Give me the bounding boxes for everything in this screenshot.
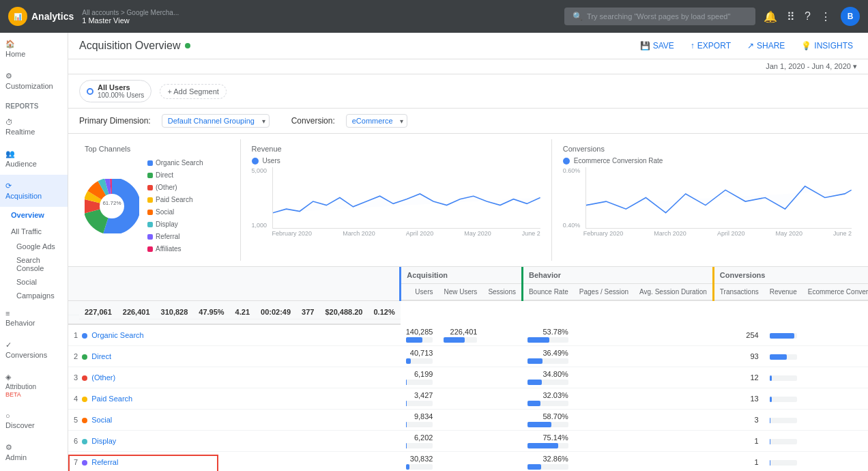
dimension-row: Primary Dimension: Default Channel Group… <box>68 109 868 134</box>
audience-label: Audience <box>5 160 37 168</box>
sidebar-item-behavior[interactable]: ≡ Behavior <box>0 302 68 334</box>
th-users[interactable]: Users <box>401 284 439 301</box>
total-revenue: $20,488.20 <box>319 305 368 319</box>
primary-dim-select[interactable]: Default Channel Grouping <box>162 114 270 128</box>
help-icon[interactable]: ? <box>805 10 811 23</box>
revenue-chart-title: Revenue <box>252 145 540 153</box>
channel-link[interactable]: Display <box>91 437 116 445</box>
table-row: 6 Display6,202 75.14% 1 <box>68 430 868 451</box>
primary-dim-label: Primary Dimension: <box>79 116 151 126</box>
top-icons: 🔔 ⠿ ? ⋮ B <box>764 7 860 26</box>
user-avatar[interactable]: B <box>841 7 860 26</box>
channel-link[interactable]: Paid Search <box>91 395 132 403</box>
conv-y-max: 0.60% <box>563 167 581 174</box>
sidebar-sub-campaigns[interactable]: Campaigns <box>0 289 68 302</box>
breadcrumb-text: All accounts > Google Mercha... <box>82 9 179 16</box>
conversions-label: Conversions <box>5 351 47 359</box>
svg-point-8 <box>100 194 124 218</box>
analytics-icon: 📊 <box>8 7 27 26</box>
insights-icon: 💡 <box>801 41 811 51</box>
th-transactions[interactable]: Transactions <box>713 284 764 301</box>
acquisition-label: Acquisition <box>5 192 42 200</box>
add-segment-button[interactable]: + Add Segment <box>160 84 227 99</box>
sidebar-sub-social[interactable]: Social <box>0 275 68 289</box>
all-users-segment[interactable]: All Users 100.00% Users <box>79 80 151 102</box>
sidebar-item-discover[interactable]: ○ Discover <box>0 405 68 436</box>
search-placeholder: Try searching "Worst pages by load speed… <box>587 12 730 20</box>
main-layout: 🏠 Home ⚙ Customization REPORTS ⏱ Realtim… <box>0 33 868 471</box>
discover-label: Discover <box>5 421 35 429</box>
channel-link[interactable]: Referral <box>91 458 118 466</box>
sidebar-sub-search-console[interactable]: Search Console <box>0 253 68 275</box>
realtime-icon: ⏱ <box>5 118 13 126</box>
content-top-bar: Acquisition Overview 💾 SAVE ↑ EXPORT ↗ S… <box>68 33 868 59</box>
notifications-icon[interactable]: 🔔 <box>764 10 777 23</box>
channel-link[interactable]: Organic Search <box>91 331 143 339</box>
total-bounce-rate: 47.95% <box>193 305 229 319</box>
home-icon: 🏠 <box>5 40 15 48</box>
sidebar-item-acquisition[interactable]: ⟳ Acquisition <box>0 175 68 207</box>
sidebar-item-admin[interactable]: ⚙ Admin <box>0 436 68 468</box>
segment-sub: 100.00% Users <box>98 91 144 99</box>
sidebar-item-audience[interactable]: 👥 Audience <box>0 143 68 175</box>
th-bounce-rate[interactable]: Bounce Rate <box>522 284 573 301</box>
table-totals-row: 227,061 226,401 310,828 47.95% 4.21 00:0… <box>68 301 401 325</box>
sidebar-item-conversions[interactable]: ✓ Conversions <box>0 334 68 366</box>
save-button[interactable]: 💾 SAVE <box>636 38 678 53</box>
total-pages-session: 4.21 <box>230 305 255 319</box>
sidebar-item-home[interactable]: 🏠 Home <box>0 33 68 65</box>
date-range[interactable]: Jan 1, 2020 - Jun 4, 2020 ▾ <box>68 59 868 74</box>
sidebar-sub-all-traffic[interactable]: All Traffic <box>0 223 68 240</box>
sidebar-item-attribution[interactable]: ◈ AttributionBETA <box>0 366 68 405</box>
conversion-select-wrap[interactable]: eCommerce <box>346 114 407 128</box>
insights-button[interactable]: 💡 INSIGHTS <box>797 38 857 53</box>
th-pages-session[interactable]: Pages / Session <box>574 284 634 301</box>
export-button[interactable]: ↑ EXPORT <box>686 38 735 53</box>
sidebar-sub-google-ads[interactable]: Google Ads <box>0 240 68 253</box>
acquisition-header: Acquisition <box>401 267 523 284</box>
view-selector[interactable]: 1 Master View <box>82 16 130 25</box>
th-new-users[interactable]: New Users <box>438 284 482 301</box>
share-icon: ↗ <box>747 41 754 51</box>
pie-chart-area: 61.72% Organic Search Direct (Other) Pai… <box>85 157 229 255</box>
charts-area: Top Channels <box>68 134 868 267</box>
settings-icon[interactable]: ⋮ <box>820 10 831 23</box>
conversion-label: Conversion: <box>291 116 335 126</box>
channel-link[interactable]: Direct <box>91 352 111 360</box>
behavior-icon: ≡ <box>5 309 10 317</box>
th-ecomm-rate[interactable]: Ecommerce Conversion Rate <box>802 284 868 301</box>
page-title: Acquisition Overview <box>79 40 190 52</box>
share-button[interactable]: ↗ SHARE <box>743 38 789 53</box>
channel-link[interactable]: (Other) <box>91 373 115 382</box>
segments-row: All Users 100.00% Users + Add Segment <box>68 74 868 109</box>
admin-label: Admin <box>5 453 27 461</box>
conversions-chart: Conversions Ecommerce Conversion Rate 0.… <box>558 139 857 261</box>
pie-chart-svg: 61.72% <box>85 179 139 233</box>
revenue-y-max: 5,000 <box>252 167 267 174</box>
conversions-chart-title: Conversions <box>563 145 852 153</box>
primary-dim-select-wrap[interactable]: Default Channel Grouping <box>162 114 270 128</box>
data-table: Acquisition Behavior Conversions Users N… <box>68 267 868 471</box>
status-dot <box>185 43 190 48</box>
sidebar-item-customization[interactable]: ⚙ Customization <box>0 65 68 97</box>
revenue-legend-label: Users <box>263 157 280 165</box>
pie-legend: Organic Search Direct (Other) Paid Searc… <box>147 157 203 255</box>
action-buttons: 💾 SAVE ↑ EXPORT ↗ SHARE 💡 INSIGHTS <box>636 38 857 53</box>
apps-icon[interactable]: ⠿ <box>787 10 795 23</box>
conv-y-min: 0.40% <box>563 222 581 229</box>
conversions-icon: ✓ <box>5 341 12 349</box>
total-users: 227,061 <box>79 305 117 319</box>
attribution-label: AttributionBETA <box>5 383 36 398</box>
conversion-select[interactable]: eCommerce <box>346 114 407 128</box>
th-revenue[interactable]: Revenue <box>764 284 802 301</box>
channel-link[interactable]: Social <box>91 416 112 424</box>
segment-label: All Users <box>98 83 144 91</box>
col-channel <box>68 267 401 300</box>
th-sessions[interactable]: Sessions <box>482 284 522 301</box>
behavior-label: Behavior <box>5 319 35 327</box>
th-avg-session[interactable]: Avg. Session Duration <box>634 284 713 301</box>
total-ecomm-rate: 0.12% <box>368 305 401 319</box>
sidebar-sub-overview[interactable]: Overview <box>0 207 68 223</box>
sidebar-item-realtime[interactable]: ⏱ Realtime <box>0 111 68 143</box>
search-bar[interactable]: 🔍 Try searching "Worst pages by load spe… <box>564 8 755 25</box>
